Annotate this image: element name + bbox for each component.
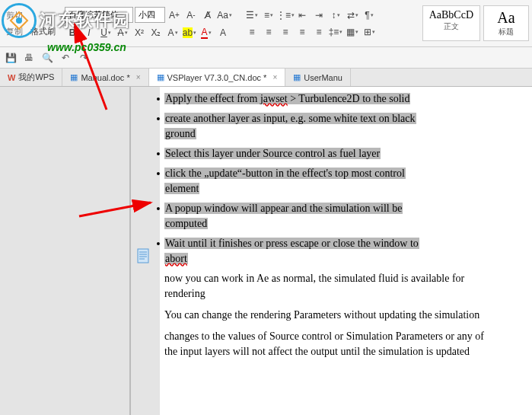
increase-indent-icon[interactable]: ⇥: [311, 8, 327, 22]
quick-access-toolbar: 💾 🖶 🔍 ↶ ↷: [0, 47, 532, 69]
redo-icon[interactable]: ↷: [78, 52, 90, 64]
annotation-arrow-icon: [75, 163, 158, 224]
list-item: create another layer as input, e.g. some…: [164, 111, 416, 142]
style-normal[interactable]: AaBbCcD 正文: [422, 5, 480, 41]
styles-group: AaBbCcD 正文 Aa 标题: [422, 5, 529, 41]
doc-icon: ▦: [293, 72, 301, 82]
list-item: Select this layer under Source control a…: [164, 146, 381, 161]
format-painter-button[interactable]: 格式刷: [27, 24, 59, 39]
strikethrough-icon[interactable]: A▾: [115, 26, 130, 40]
decrease-indent-icon[interactable]: ⇤: [295, 8, 310, 22]
italic-icon[interactable]: I: [81, 26, 97, 40]
bullet-icon: •: [155, 236, 161, 251]
bullet-icon: •: [155, 91, 161, 107]
highlight-icon[interactable]: ab▾: [182, 26, 197, 40]
bold-icon[interactable]: B: [65, 26, 80, 40]
multilevel-icon[interactable]: ⋮≡▾: [278, 8, 293, 22]
svg-rect-0: [138, 249, 148, 263]
document-content: • Apply the effect from jawset > Turbule…: [164, 91, 499, 366]
show-marks-icon[interactable]: ¶▾: [362, 8, 377, 22]
font-name-select[interactable]: 百度综艺简体: [65, 7, 133, 23]
font-color-icon[interactable]: A▾: [199, 26, 214, 40]
bullets-icon[interactable]: ☰▾: [244, 8, 260, 22]
cut-button[interactable]: 剪切: [3, 8, 26, 23]
decrease-font-icon[interactable]: A-: [183, 8, 199, 22]
page-indicator-icon: [137, 248, 149, 263]
borders-icon[interactable]: ⊞▾: [362, 25, 377, 39]
document-tabs: W 我的WPS ▦ Manual.doc * × ▦ VSPlayer V7.3…: [0, 69, 532, 87]
align-justify-icon[interactable]: ≡: [295, 25, 310, 39]
list-item: click the „update“-button in the effect'…: [164, 166, 406, 196]
doc-icon: ▦: [70, 72, 78, 82]
ribbon-toolbar: 剪切 复制 格式刷 百度综艺简体 小四 A+ A- A̸ Aa▾ B I U▾ …: [0, 0, 532, 47]
copy-button[interactable]: 复制: [3, 24, 26, 39]
save-icon[interactable]: 💾: [5, 52, 17, 64]
line-spacing-icon[interactable]: ‡≡▾: [328, 25, 343, 39]
char-shading-icon[interactable]: A: [215, 26, 231, 40]
numbering-icon[interactable]: ≡▾: [261, 8, 276, 22]
paragraph: changes to the values of Source control …: [164, 329, 499, 359]
clipboard-group: 剪切 复制 格式刷: [3, 8, 59, 39]
undo-icon[interactable]: ↶: [59, 52, 72, 64]
subscript-icon[interactable]: X₂: [148, 26, 164, 40]
align-left-icon[interactable]: ≡: [244, 25, 260, 39]
change-case-icon[interactable]: Aa▾: [217, 8, 232, 22]
font-group: 百度综艺简体 小四 A+ A- A̸ Aa▾ B I U▾ A▾ X² X₂ A…: [65, 7, 232, 40]
bullet-icon: •: [155, 111, 161, 126]
font-size-select[interactable]: 小四: [135, 7, 165, 23]
sort-icon[interactable]: ↕▾: [328, 8, 343, 22]
list-item: A popup window will appear and the simul…: [164, 201, 403, 231]
svg-line-8: [79, 203, 151, 216]
text-effects-icon[interactable]: A▾: [165, 26, 180, 40]
bullet-icon: •: [155, 146, 161, 161]
close-icon[interactable]: ×: [272, 73, 277, 81]
clear-format-icon[interactable]: A̸: [200, 8, 215, 22]
paragraph: now you can work in Ae as normal, the si…: [164, 271, 499, 302]
bullet-icon: •: [155, 201, 161, 216]
document-area[interactable]: • Apply the effect from jawset > Turbule…: [0, 87, 532, 415]
doc-icon: ▦: [157, 72, 164, 82]
superscript-icon[interactable]: X²: [132, 26, 147, 40]
tab-mywps[interactable]: W 我的WPS: [0, 69, 62, 86]
paragraph-group: ☰▾ ≡▾ ⋮≡▾ ⇤ ⇥ ↕▾ ⇄▾ ¶▾ ≡ ≡ ≡ ≡ ≡ ‡≡▾ ▦▾ …: [244, 8, 377, 39]
style-heading[interactable]: Aa 标题: [483, 5, 529, 41]
distribute-icon[interactable]: ≡: [311, 25, 327, 39]
align-center-icon[interactable]: ≡: [261, 25, 276, 39]
increase-font-icon[interactable]: A+: [167, 8, 182, 22]
list-item: Wait until it finishes or press escape o…: [164, 236, 419, 267]
tab-icon[interactable]: ⇄▾: [345, 8, 360, 22]
tab-usermanual[interactable]: ▦ UserManu: [285, 69, 351, 86]
close-icon[interactable]: ×: [136, 73, 141, 81]
tab-vsplayer[interactable]: ▦ VSPlayer V7.3.0_CN.doc * ×: [149, 69, 286, 86]
underline-icon[interactable]: U▾: [98, 26, 113, 40]
shading-icon[interactable]: ▦▾: [345, 25, 360, 39]
print-icon[interactable]: 🖶: [23, 52, 35, 64]
tab-manual[interactable]: ▦ Manual.doc * ×: [62, 69, 148, 86]
align-right-icon[interactable]: ≡: [278, 25, 293, 39]
paragraph: You can change the rendering Parameters …: [164, 308, 499, 323]
list-item: Apply the effect from jawset > Turbulenc…: [164, 91, 410, 107]
wps-icon: W: [8, 73, 15, 82]
preview-icon[interactable]: 🔍: [41, 52, 53, 64]
bullet-icon: •: [155, 166, 161, 181]
